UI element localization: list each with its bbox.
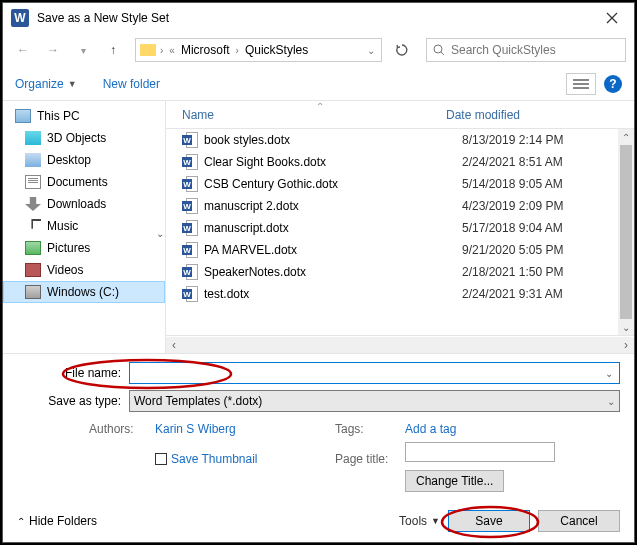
tags-value[interactable]: Add a tag <box>405 422 620 436</box>
file-date: 4/23/2019 2:09 PM <box>462 199 563 213</box>
file-row[interactable]: Wbook styles.dotx8/13/2019 2:14 PM <box>166 129 618 151</box>
music-icon <box>25 219 41 233</box>
file-row[interactable]: Wmanuscript 2.dotx4/23/2019 2:09 PM <box>166 195 618 217</box>
folder-icon <box>140 44 156 56</box>
savetype-select[interactable]: Word Templates (*.dotx) ⌄ <box>129 390 620 412</box>
pictures-icon <box>25 241 41 255</box>
address-bar[interactable]: › « Microsoft › QuickStyles ⌄ <box>135 38 382 62</box>
documents-icon <box>25 175 41 189</box>
column-header-date[interactable]: Date modified <box>446 108 520 122</box>
address-dropdown-icon[interactable]: ⌄ <box>365 45 377 56</box>
sidebar-scroll-down[interactable]: ⌄ <box>155 227 165 239</box>
file-row[interactable]: Wtest.dotx2/24/2021 9:31 AM <box>166 283 618 305</box>
save-thumbnail-label[interactable]: Save Thumbnail <box>171 452 258 466</box>
view-options-button[interactable] <box>566 73 596 95</box>
file-date: 5/17/2018 9:04 AM <box>462 221 563 235</box>
word-file-icon: W <box>182 220 198 236</box>
recent-locations-dropdown[interactable]: ▾ <box>71 38 95 62</box>
sidebar-item-downloads[interactable]: Downloads <box>3 193 165 215</box>
sidebar-item-windowsc[interactable]: Windows (C:) <box>3 281 165 303</box>
save-thumbnail-checkbox[interactable] <box>155 453 167 465</box>
file-name: test.dotx <box>204 287 462 301</box>
sort-indicator-icon: ⌃ <box>316 101 324 112</box>
file-row[interactable]: Wmanuscript.dotx5/17/2018 9:04 AM <box>166 217 618 239</box>
vertical-scrollbar[interactable]: ⌃ ⌄ <box>618 129 634 335</box>
word-file-icon: W <box>182 242 198 258</box>
help-button[interactable]: ? <box>604 75 622 93</box>
file-row[interactable]: WSpeakerNotes.dotx2/18/2021 1:50 PM <box>166 261 618 283</box>
sidebar-item-documents[interactable]: Documents <box>3 171 165 193</box>
drive-icon <box>25 285 41 299</box>
file-date: 2/18/2021 1:50 PM <box>462 265 563 279</box>
breadcrumb-quickstyles[interactable]: QuickStyles <box>243 43 310 57</box>
file-row[interactable]: WPA MARVEL.dotx9/21/2020 5:05 PM <box>166 239 618 261</box>
file-date: 2/24/2021 9:31 AM <box>462 287 563 301</box>
new-folder-button[interactable]: New folder <box>103 77 160 91</box>
file-name: manuscript.dotx <box>204 221 462 235</box>
svg-line-1 <box>441 52 444 55</box>
videos-icon <box>25 263 41 277</box>
search-icon <box>433 44 445 56</box>
filename-label: File name: <box>17 366 129 380</box>
downloads-icon <box>25 197 41 211</box>
filename-input[interactable]: ⌄ <box>129 362 620 384</box>
file-date: 5/14/2018 9:05 AM <box>462 177 563 191</box>
word-file-icon: W <box>182 154 198 170</box>
window-title: Save as a New Style Set <box>37 11 598 25</box>
file-date: 8/13/2019 2:14 PM <box>462 133 563 147</box>
column-header-name[interactable]: Name <box>182 108 446 122</box>
chevron-down-icon[interactable]: ⌄ <box>605 368 613 379</box>
sidebar-item-pictures[interactable]: Pictures <box>3 237 165 259</box>
file-name: CSB Century Gothic.dotx <box>204 177 462 191</box>
word-app-icon: W <box>11 9 29 27</box>
word-file-icon: W <box>182 176 198 192</box>
tools-menu[interactable]: Tools ▼ <box>399 514 440 528</box>
sidebar-item-videos[interactable]: Videos <box>3 259 165 281</box>
file-name: manuscript 2.dotx <box>204 199 462 213</box>
back-button[interactable]: ← <box>11 38 35 62</box>
authors-label: Authors: <box>89 422 147 436</box>
pagetitle-input[interactable] <box>405 442 555 462</box>
sidebar-item-3dobjects[interactable]: 3D Objects <box>3 127 165 149</box>
refresh-button[interactable] <box>390 38 414 62</box>
desktop-icon <box>25 153 41 167</box>
pc-icon <box>15 109 31 123</box>
file-row[interactable]: WCSB Century Gothic.dotx5/14/2018 9:05 A… <box>166 173 618 195</box>
cancel-button[interactable]: Cancel <box>538 510 620 532</box>
word-file-icon: W <box>182 132 198 148</box>
tags-label: Tags: <box>335 422 397 436</box>
file-date: 2/24/2021 8:51 AM <box>462 155 563 169</box>
file-name: PA MARVEL.dotx <box>204 243 462 257</box>
file-list: Wbook styles.dotx8/13/2019 2:14 PMWClear… <box>166 129 618 335</box>
horizontal-scrollbar[interactable]: ‹› <box>166 335 634 353</box>
sidebar-item-desktop[interactable]: Desktop <box>3 149 165 171</box>
chevron-right-icon: › <box>158 45 165 56</box>
file-row[interactable]: WClear Sight Books.dotx2/24/2021 8:51 AM <box>166 151 618 173</box>
up-button[interactable]: ↑ <box>101 38 125 62</box>
navigation-pane: This PC 3D Objects Desktop Documents Dow… <box>3 101 166 353</box>
organize-menu[interactable]: Organize ▼ <box>15 77 77 91</box>
forward-button[interactable]: → <box>41 38 65 62</box>
savetype-label: Save as type: <box>17 394 129 408</box>
close-button[interactable] <box>598 4 626 32</box>
file-name: Clear Sight Books.dotx <box>204 155 462 169</box>
sidebar-item-music[interactable]: Music <box>3 215 165 237</box>
objects-icon <box>25 131 41 145</box>
svg-point-0 <box>434 45 442 53</box>
pagetitle-label: Page title: <box>335 452 397 466</box>
sidebar-item-thispc[interactable]: This PC <box>3 105 165 127</box>
search-input[interactable]: Search QuickStyles <box>426 38 626 62</box>
word-file-icon: W <box>182 264 198 280</box>
change-title-button[interactable]: Change Title... <box>405 470 504 492</box>
search-placeholder: Search QuickStyles <box>451 43 556 57</box>
file-date: 9/21/2020 5:05 PM <box>462 243 563 257</box>
chevron-down-icon: ⌄ <box>607 396 615 407</box>
breadcrumb-microsoft[interactable]: Microsoft <box>179 43 232 57</box>
save-button[interactable]: Save <box>448 510 530 532</box>
file-name: SpeakerNotes.dotx <box>204 265 462 279</box>
file-name: book styles.dotx <box>204 133 462 147</box>
hide-folders-button[interactable]: ⌃ Hide Folders <box>17 514 97 528</box>
authors-value[interactable]: Karin S Wiberg <box>155 422 327 436</box>
word-file-icon: W <box>182 198 198 214</box>
word-file-icon: W <box>182 286 198 302</box>
